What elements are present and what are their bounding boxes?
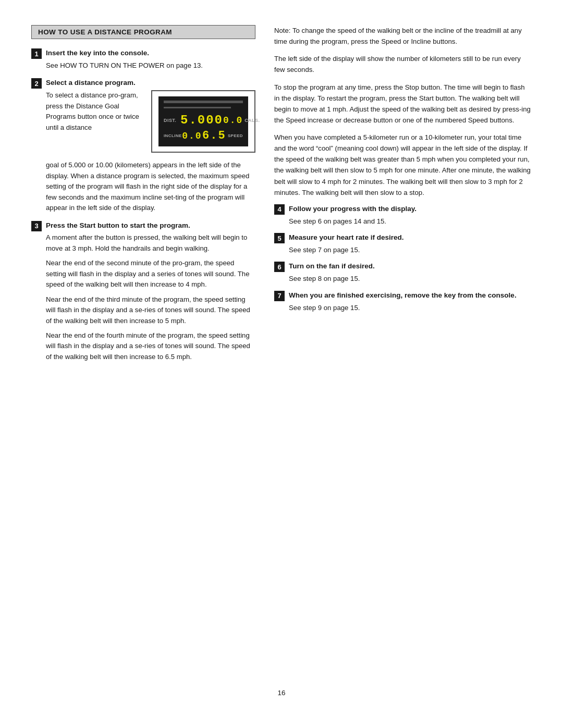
incline-label: INCLINE bbox=[164, 133, 182, 138]
right-intro-2: To stop the program at any time, press t… bbox=[274, 82, 532, 126]
step-3-para-2: Near the end of the third minute of the … bbox=[46, 294, 255, 326]
step-7: 7 When you are finished exercising, remo… bbox=[274, 291, 532, 313]
step-3-title: Press the Start button to start the prog… bbox=[46, 221, 255, 231]
section-header: HOW TO USE A DISTANCE PROGRAM bbox=[31, 25, 255, 39]
step-4-title: Follow your progress with the display. bbox=[289, 204, 417, 214]
cals-value: 0.0 bbox=[223, 115, 243, 126]
step-1-number: 1 bbox=[31, 48, 42, 59]
step-4-body: See step 6 on pages 14 and 15. bbox=[289, 216, 417, 227]
page-number: 16 bbox=[31, 689, 532, 697]
step-6-body: See step 8 on page 15. bbox=[289, 274, 375, 284]
step-5: 5 Measure your heart rate if desired. Se… bbox=[274, 233, 532, 255]
incline-value: 0.0 bbox=[182, 131, 202, 141]
step-4-number: 4 bbox=[274, 204, 285, 215]
step-2-title: Select a distance program. bbox=[46, 78, 255, 88]
page: HOW TO USE A DISTANCE PROGRAM 1 Insert t… bbox=[0, 0, 563, 728]
step-7-title: When you are finished exercising, remove… bbox=[289, 291, 517, 301]
right-intro-1: The left side of the display will show t… bbox=[274, 53, 532, 75]
step-3-number: 3 bbox=[31, 221, 42, 231]
step-2-body-after: goal of 5.000 or 10.00 (kilometers) appe… bbox=[46, 160, 255, 213]
step-3-para-1: Near the end of the second minute of the… bbox=[46, 258, 255, 290]
step-6-title: Turn on the fan if desired. bbox=[289, 262, 375, 272]
step-5-number: 5 bbox=[274, 233, 285, 243]
step-2-number: 2 bbox=[31, 78, 42, 89]
speed-value: 6.5 bbox=[202, 129, 226, 142]
step-5-title: Measure your heart rate if desired. bbox=[289, 233, 404, 243]
step-3-para-3: Near the end of the fourth minute of the… bbox=[46, 330, 255, 362]
speed-label: SPEED bbox=[226, 133, 243, 138]
step-2: 2 Select a distance program. DIST. 5.000 bbox=[31, 78, 255, 213]
dist-label: DIST. bbox=[164, 118, 180, 123]
section-header-title: HOW TO USE A DISTANCE PROGRAM bbox=[38, 28, 172, 36]
display-top-bar bbox=[164, 101, 243, 103]
step-1: 1 Insert the key into the console. See H… bbox=[31, 48, 255, 71]
right-intro-3: When you have completed a 5-kilometer ru… bbox=[274, 132, 532, 198]
display-row-dist-cals: DIST. 5.000 0.0 CALS. bbox=[164, 113, 243, 127]
right-column: Note: To change the speed of the walking… bbox=[274, 25, 532, 676]
step-7-number: 7 bbox=[274, 291, 285, 301]
step-3: 3 Press the Start button to start the pr… bbox=[31, 221, 255, 363]
step-1-title: Insert the key into the console. bbox=[46, 48, 203, 58]
right-intro-0: Note: To change the speed of the walking… bbox=[274, 25, 532, 47]
step-3-para-0: A moment after the button is pressed, th… bbox=[46, 232, 255, 254]
display-row-incline-speed: INCLINE 0.0 6.5 SPEED bbox=[164, 129, 243, 142]
display-screen: DIST. 5.000 0.0 CALS. INCLINE 0.0 6.5 SP bbox=[158, 96, 248, 146]
display-seg-bar bbox=[164, 107, 231, 108]
step-5-body: See step 7 on page 15. bbox=[289, 245, 404, 255]
treadmill-display: DIST. 5.000 0.0 CALS. INCLINE 0.0 6.5 SP bbox=[151, 90, 255, 153]
step-6-number: 6 bbox=[274, 262, 285, 272]
step-1-body: See HOW TO TURN ON THE POWER on page 13. bbox=[46, 60, 203, 71]
step-7-body: See step 9 on page 15. bbox=[289, 303, 517, 313]
step-4: 4 Follow your progress with the display.… bbox=[274, 204, 532, 227]
cals-label: CALS. bbox=[243, 118, 260, 123]
left-column: HOW TO USE A DISTANCE PROGRAM 1 Insert t… bbox=[31, 25, 255, 676]
step-6: 6 Turn on the fan if desired. See step 8… bbox=[274, 262, 532, 284]
dist-value: 5.000 bbox=[180, 113, 223, 127]
